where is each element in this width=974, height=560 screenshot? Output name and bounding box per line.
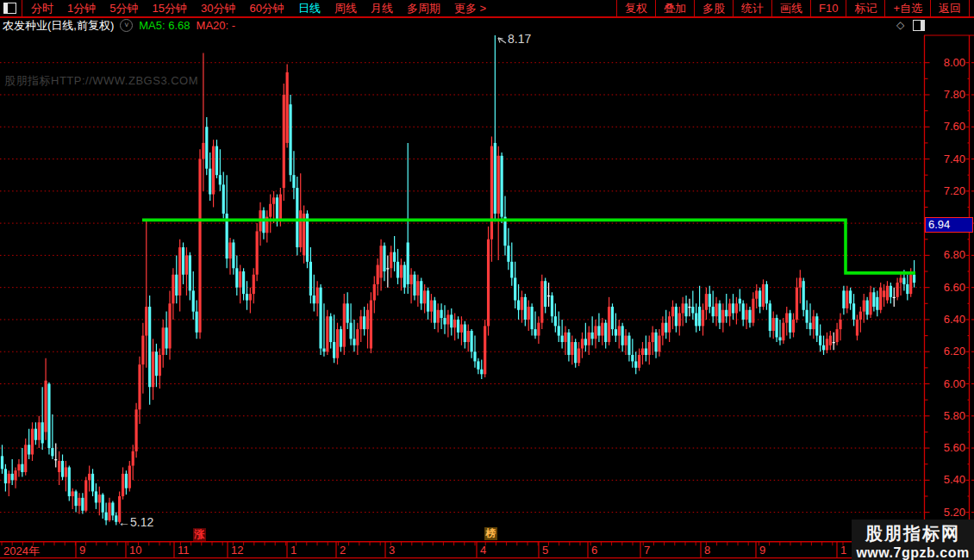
action-button-统计[interactable]: 统计 [733, 0, 771, 16]
candle-body [95, 491, 97, 502]
candle-body [578, 348, 580, 363]
period-tab-多周期[interactable]: 多周期 [407, 1, 440, 16]
month-label: 9 [79, 544, 85, 557]
panel-layout-icon[interactable] [3, 3, 16, 14]
event-marker[interactable]: 榜 [484, 527, 497, 540]
candle-body [246, 294, 248, 300]
month-label: 2 [340, 544, 346, 557]
candle-body [849, 290, 852, 303]
candle-body [353, 339, 355, 345]
candle-body [615, 329, 617, 335]
candle-body [440, 310, 442, 318]
action-button-复权[interactable]: 复权 [616, 0, 655, 16]
axis-price-label: 5.80 [924, 409, 965, 422]
candle-body [168, 303, 171, 348]
axis-price-label: 6.00 [924, 377, 965, 390]
month-label: 1 [840, 544, 846, 557]
candle-body [178, 247, 181, 296]
candle-body [528, 307, 530, 320]
candle-body [162, 327, 165, 355]
chevron-down-icon[interactable]: ˅ [120, 19, 133, 32]
candle-body [906, 284, 908, 294]
period-tab-30分钟[interactable]: 30分钟 [201, 1, 235, 16]
candle-body [839, 320, 841, 329]
action-button-+自选[interactable]: +自选 [884, 0, 930, 16]
candle-body [386, 268, 389, 269]
candle-body [407, 242, 409, 283]
candle-body [102, 495, 104, 513]
candle-body [514, 277, 516, 300]
period-tab-1分钟[interactable]: 1分钟 [67, 1, 96, 16]
candle-body [571, 342, 573, 355]
candle-body [564, 333, 566, 342]
candle-body [702, 310, 704, 327]
action-button-F10[interactable]: F10 [810, 0, 846, 16]
diamond-icon[interactable]: ◇ [896, 20, 904, 31]
month-label: 11 [178, 544, 190, 557]
candle-body [762, 284, 765, 307]
event-marker[interactable]: 涨 [193, 528, 206, 541]
candle-body [269, 204, 272, 217]
candle-body [78, 498, 80, 506]
candle-body [591, 333, 594, 339]
period-tab-60分钟[interactable]: 60分钟 [249, 1, 284, 16]
candle-body [501, 156, 503, 217]
action-button-标记[interactable]: 标记 [846, 0, 884, 16]
candle-body [115, 515, 117, 521]
candle-body [782, 323, 784, 341]
candle-body [567, 333, 570, 355]
candle-body [336, 329, 339, 358]
candle-body [531, 307, 534, 329]
toolbar-divider [22, 0, 22, 16]
action-button-多股[interactable]: 多股 [694, 0, 733, 16]
candle-body [806, 310, 809, 323]
axis-price-box: 6.94 [925, 217, 973, 233]
candle-body [420, 281, 422, 303]
candle-body [393, 252, 396, 262]
candle-body [812, 316, 815, 329]
action-button-叠加[interactable]: 叠加 [655, 0, 694, 16]
action-button-返回[interactable]: 返回 [930, 0, 970, 16]
candle-body [17, 464, 20, 470]
candle-body [601, 323, 603, 336]
candle-body [634, 361, 637, 367]
candle-body [413, 275, 415, 296]
candle-body [507, 246, 509, 262]
brand-name: 股朋指标网 [852, 522, 974, 545]
candle-body [286, 72, 289, 143]
candle-body [322, 348, 325, 352]
candle-body [725, 310, 727, 316]
action-button-画线[interactable]: 画线 [771, 0, 810, 16]
candle-body [497, 156, 500, 214]
candle-body [450, 314, 453, 327]
candle-body [185, 255, 188, 274]
candle-body [14, 470, 16, 480]
candle-body [829, 336, 832, 345]
candle-body [809, 323, 811, 329]
period-tab-日线[interactable]: 日线 [298, 1, 321, 16]
candle-body [584, 339, 587, 345]
period-tab-15分钟[interactable]: 15分钟 [152, 1, 186, 16]
candle-body [215, 146, 218, 176]
candle-body [296, 188, 298, 247]
period-tab-周线[interactable]: 周线 [334, 1, 357, 16]
candle-body [775, 318, 777, 337]
candle-body [665, 323, 667, 333]
candle-body [91, 474, 94, 492]
period-tab-月线[interactable]: 月线 [371, 1, 393, 16]
candle-body [802, 281, 805, 310]
candle-body [597, 326, 600, 335]
candle-body [437, 310, 440, 323]
candle-body [661, 323, 664, 336]
candle-body [886, 286, 889, 301]
candle-body [815, 316, 818, 335]
period-tab-5分钟[interactable]: 5分钟 [109, 1, 138, 16]
period-tab-分时[interactable]: 分时 [31, 1, 53, 16]
brand-url: www.7gpzb.com [852, 545, 974, 560]
candle-body [253, 275, 255, 294]
candle-body [792, 320, 795, 333]
split-window-icon[interactable] [913, 20, 925, 31]
candle-body [789, 313, 791, 332]
candle-body [517, 301, 520, 310]
period-tab-更多 >[interactable]: 更多 > [454, 1, 486, 16]
